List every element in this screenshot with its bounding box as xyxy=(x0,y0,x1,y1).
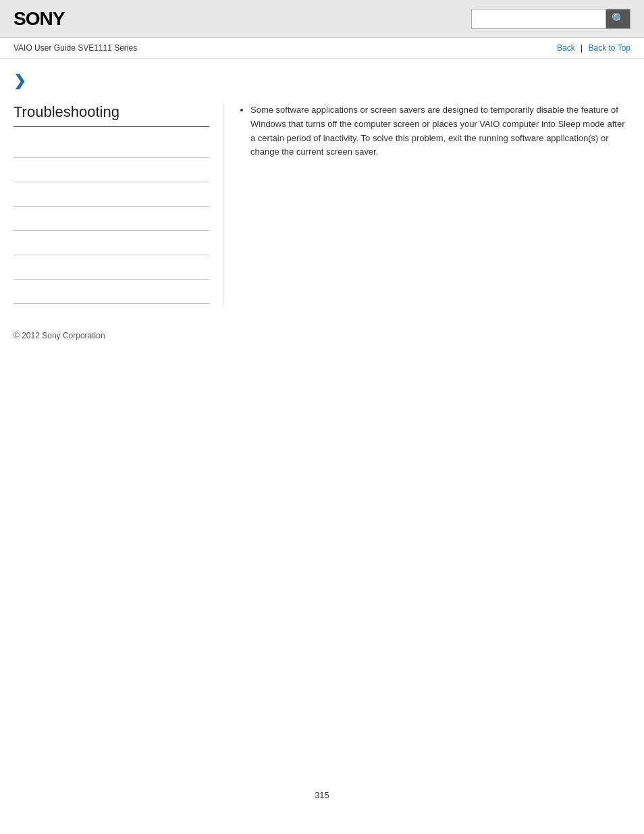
sidebar: Troubleshooting xyxy=(14,103,223,304)
sidebar-title: Troubleshooting xyxy=(14,103,209,127)
search-icon: 🔍 xyxy=(612,12,625,25)
copyright-text: © 2012 Sony Corporation xyxy=(14,331,105,340)
breadcrumb-separator: | xyxy=(581,43,583,53)
header: SONY 🔍 xyxy=(0,0,644,38)
breadcrumb-bar: VAIO User Guide SVE1111 Series Back | Ba… xyxy=(0,38,644,59)
chevron-right-icon: ❯ xyxy=(14,72,26,89)
page-number: 315 xyxy=(0,777,644,814)
list-item xyxy=(14,231,209,255)
sony-logo: SONY xyxy=(14,8,64,30)
sidebar-nav-link-2[interactable] xyxy=(14,165,16,175)
list-item xyxy=(14,158,209,182)
search-button[interactable]: 🔍 xyxy=(606,9,630,29)
search-input[interactable] xyxy=(471,9,606,29)
list-item xyxy=(14,182,209,207)
chevron-area: ❯ xyxy=(0,59,644,97)
footer: © 2012 Sony Corporation xyxy=(0,317,644,354)
list-item xyxy=(14,134,209,158)
sidebar-nav-link-7[interactable] xyxy=(14,287,16,296)
content-area: Some software applications or screen sav… xyxy=(223,103,630,304)
back-link[interactable]: Back xyxy=(557,43,575,53)
content-list: Some software applications or screen sav… xyxy=(237,103,630,159)
back-to-top-link[interactable]: Back to Top xyxy=(589,43,630,53)
list-item xyxy=(14,255,209,280)
content-bullet-1: Some software applications or screen sav… xyxy=(250,103,630,159)
main-content: Troubleshooting xyxy=(0,97,644,317)
sidebar-nav-link-5[interactable] xyxy=(14,238,16,248)
sidebar-nav xyxy=(14,134,209,304)
list-item xyxy=(14,280,209,304)
sidebar-nav-link-1[interactable] xyxy=(14,141,16,151)
guide-title: VAIO User Guide SVE1111 Series xyxy=(14,43,137,53)
breadcrumb-links: Back | Back to Top xyxy=(557,43,630,53)
search-area: 🔍 xyxy=(471,9,630,29)
list-item xyxy=(14,207,209,231)
sidebar-nav-link-4[interactable] xyxy=(14,214,16,224)
sidebar-nav-link-3[interactable] xyxy=(14,190,16,199)
sidebar-nav-link-6[interactable] xyxy=(14,263,16,272)
